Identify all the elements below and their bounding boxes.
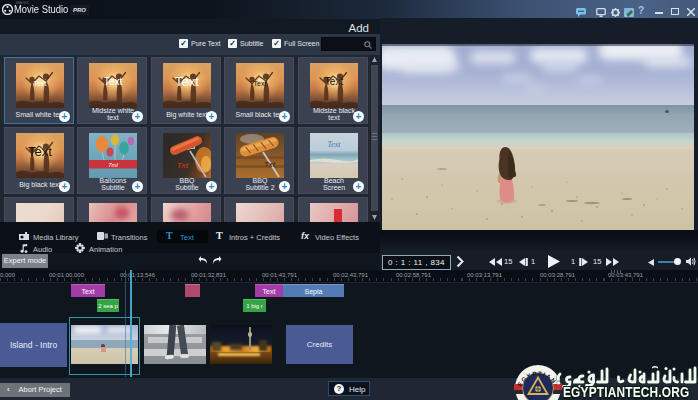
svg-text:Txt: Txt	[177, 161, 189, 170]
svg-text:Txt: Txt	[264, 160, 276, 169]
svg-text:Text: Text	[327, 140, 341, 149]
svg-text:7ml: 7ml	[108, 162, 118, 168]
